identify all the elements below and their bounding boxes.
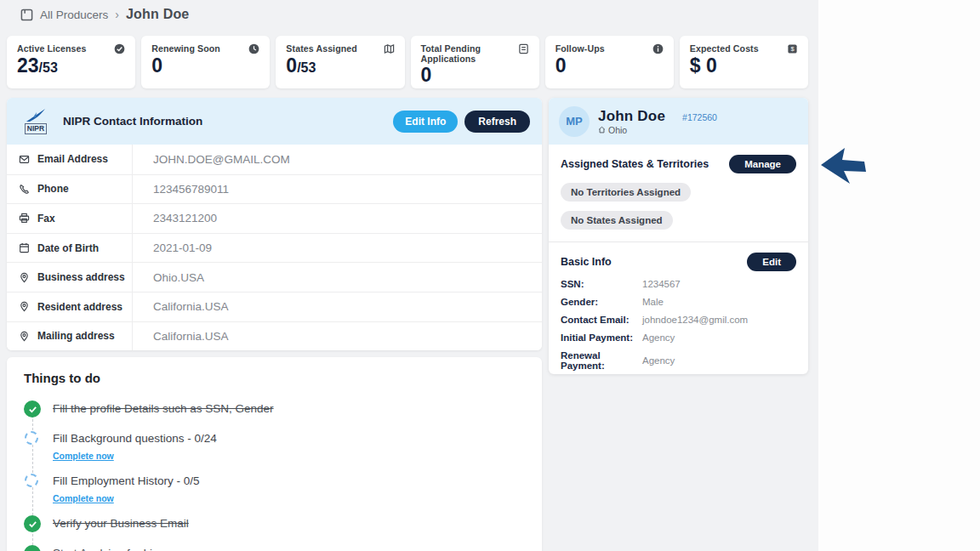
field-value: 1234567 (642, 279, 681, 289)
calendar-icon (19, 242, 30, 253)
no-states-chip: No States Assigned (561, 211, 673, 230)
assigned-states-section: Assigned States & Territories Manage No … (549, 145, 808, 241)
field-value: Agency (642, 332, 675, 343)
fax-icon (19, 213, 30, 224)
field-value: johndoe1234@gmil.com (642, 315, 748, 325)
basic-info-row-renewal-payment: Renewal Payment: Agency (561, 350, 796, 371)
stat-card-total-pending-applications: Total Pending Applications 0 (411, 36, 539, 88)
clock-icon (248, 43, 259, 54)
producer-profile-card: MP John Doe #172560 Ohio Assigned States… (549, 98, 808, 374)
stat-value: 0/53 (286, 55, 394, 77)
field-label: Renewal Payment: (561, 350, 642, 371)
row-value: Ohio.USA (133, 263, 542, 292)
basic-info-row-ssn: SSN: 1234567 (561, 279, 796, 289)
row-value: JOHN.DOE@GMAIL.COM (133, 145, 542, 174)
stat-value: $ 0 (690, 55, 798, 77)
check-circle-icon (24, 515, 41, 532)
document-icon (518, 43, 529, 54)
todo-item-profile-details: Fill the profile Details such as SSN, Ge… (24, 400, 525, 418)
field-value: Male (642, 297, 664, 307)
phone-icon (19, 184, 30, 195)
row-label: Mailing address (37, 330, 115, 342)
basic-info-row-gender: Gender: Male (561, 297, 796, 307)
refresh-button[interactable]: Refresh (464, 111, 530, 133)
todo-item-label: Start Applying for Licenses (53, 545, 525, 551)
stat-card-follow-ups: Follow-Ups 0 (545, 36, 674, 88)
profile-header: MP John Doe #172560 Ohio (549, 98, 808, 145)
basic-info-row-initial-payment: Initial Payment: Agency (561, 332, 796, 343)
todo-list: Fill the profile Details such as SSN, Ge… (24, 400, 525, 551)
check-circle-icon (24, 545, 41, 551)
todo-item-label: Fill the profile Details such as SSN, Ge… (53, 400, 525, 418)
row-label: Date of Birth (37, 242, 99, 254)
row-label: Email Address (37, 153, 108, 165)
basic-info-title: Basic Info (561, 256, 612, 268)
producer-location: Ohio (608, 125, 627, 135)
sidebar-toggle-icon[interactable] (20, 9, 33, 21)
table-row-fax: Fax 2343121200 (7, 203, 542, 233)
row-value: California.USA (133, 322, 542, 351)
row-value: 123456789011 (133, 175, 542, 204)
stat-value: 23/53 (17, 55, 125, 77)
manage-button[interactable]: Manage (729, 155, 796, 173)
field-label: SSN: (561, 279, 642, 289)
stat-value: 0 (421, 65, 529, 86)
home-icon (598, 126, 606, 133)
check-circle-icon (114, 43, 125, 54)
stat-label: Active Licenses (17, 43, 87, 54)
stat-label: Total Pending Applications (421, 43, 515, 64)
todo-item-background-questions: Fill Background questions - 0/24 Complet… (24, 430, 525, 463)
table-row-mailing-address: Mailing address California.USA (7, 321, 542, 351)
nipr-bird-icon (25, 108, 47, 123)
pending-circle-icon (25, 474, 38, 487)
stats-row: Active Licenses 23/53 Renewing Soon 0 St… (7, 36, 808, 88)
stat-label: Follow-Ups (556, 43, 605, 54)
nipr-logo: NIPR (19, 108, 53, 133)
svg-text:$: $ (790, 45, 794, 53)
breadcrumb-parent[interactable]: All Producers (40, 9, 108, 21)
todo-item-label: Fill Employment History - 0/5 (53, 473, 525, 490)
row-label: Business address (37, 271, 125, 283)
avatar: MP (559, 106, 590, 137)
basic-info-row-contact-email: Contact Email: johndoe1234@gmil.com (561, 315, 796, 325)
map-icon (384, 43, 395, 54)
assigned-states-title: Assigned States & Territories (561, 158, 709, 170)
stat-card-renewing-soon: Renewing Soon 0 (141, 36, 270, 88)
row-value: California.USA (133, 293, 542, 321)
location-icon (19, 301, 30, 312)
complete-now-link[interactable]: Complete now (53, 493, 114, 503)
producer-id-badge: #172560 (682, 112, 717, 122)
stat-card-expected-costs: Expected Costs $ $ 0 (680, 36, 808, 88)
nipr-card-title: NIPR Contact Information (63, 115, 202, 128)
pointer-arrow-annotation (818, 145, 868, 187)
stat-value: 0 (556, 55, 664, 77)
basic-info-section: Basic Info Edit SSN: 1234567 Gender: Mal… (549, 242, 808, 374)
page-title: John Doe (126, 7, 190, 22)
todo-item-label: Verify your Business Email (53, 515, 525, 532)
todo-item-label: Fill Background questions - 0/24 (53, 430, 525, 447)
nipr-contact-card: NIPR NIPR Contact Information Edit Info … (7, 98, 542, 350)
stat-label: Expected Costs (690, 43, 759, 54)
field-label: Contact Email: (561, 315, 642, 325)
complete-now-link[interactable]: Complete now (53, 451, 114, 461)
pending-circle-icon (25, 431, 38, 445)
check-circle-icon (24, 400, 41, 418)
email-icon (19, 154, 30, 165)
edit-button[interactable]: Edit (747, 253, 796, 271)
table-row-date-of-birth: Date of Birth 2021-01-09 (7, 233, 542, 263)
row-value: 2343121200 (133, 204, 542, 233)
row-label: Resident address (37, 301, 122, 313)
table-row-business-address: Business address Ohio.USA (7, 262, 542, 292)
todo-item-start-applying: Start Applying for Licenses (24, 545, 525, 551)
stat-label: Renewing Soon (151, 43, 220, 54)
nipr-logo-text: NIPR (25, 123, 47, 133)
breadcrumb-separator: › (115, 8, 119, 21)
table-row-email: Email Address JOHN.DOE@GMAIL.COM (7, 145, 542, 174)
things-to-do-title: Things to do (24, 371, 525, 385)
location-icon (19, 331, 30, 342)
edit-info-button[interactable]: Edit Info (393, 111, 458, 133)
info-icon (652, 43, 664, 54)
app-canvas: All Producers › John Doe Active Licenses… (0, 0, 818, 551)
field-label: Gender: (561, 297, 642, 307)
no-territories-chip: No Territories Assigned (561, 183, 691, 202)
